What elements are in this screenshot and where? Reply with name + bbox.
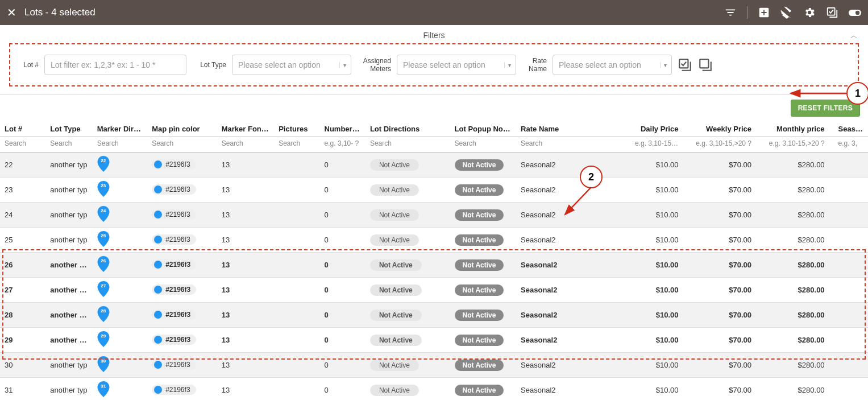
cell-rate: Seasonal2 bbox=[516, 203, 630, 228]
cell-lot: 30 bbox=[0, 353, 45, 378]
meters-select[interactable]: Please select an option▾ bbox=[397, 55, 516, 75]
table-row[interactable]: 31another typ31#2196f3130Not ActiveNot A… bbox=[0, 378, 868, 401]
cell-rate: Seasonal2 bbox=[516, 353, 630, 378]
cell-pics bbox=[274, 328, 319, 353]
cell-pics bbox=[274, 203, 319, 228]
status-badge: Not Active bbox=[370, 310, 422, 321]
col-header[interactable]: Weekly Price bbox=[687, 121, 761, 137]
cell-dir: Not Active bbox=[366, 203, 450, 228]
col-search[interactable]: e.g. 3,10-15,>20 ? bbox=[687, 137, 761, 152]
map-pin-icon: 31 bbox=[97, 381, 110, 397]
rate-select[interactable]: Please select an option▾ bbox=[553, 55, 672, 75]
col-search[interactable]: Search bbox=[217, 137, 274, 152]
col-header[interactable]: Lot Type bbox=[45, 121, 92, 137]
cell-pics bbox=[274, 353, 319, 378]
map-pin-icon: 29 bbox=[97, 331, 110, 347]
cell-popup: Not Active bbox=[450, 178, 517, 203]
cell-daily: $10.00 bbox=[630, 152, 687, 178]
layers-clear-icon[interactable] bbox=[780, 6, 793, 19]
cell-color: #2196f3 bbox=[147, 228, 217, 253]
cell-npics: 0 bbox=[320, 303, 366, 328]
table-row[interactable]: 22another typ22#2196f3130Not ActiveNot A… bbox=[0, 152, 868, 178]
table-row[interactable]: 26another typ26#2196f3130Not ActiveNot A… bbox=[0, 253, 868, 278]
cell-color: #2196f3 bbox=[147, 353, 217, 378]
cell-weekly: $70.00 bbox=[687, 152, 761, 178]
cell-rate: Seasonal2 bbox=[516, 228, 630, 253]
table-row[interactable]: 23another typ23#2196f3130Not ActiveNot A… bbox=[0, 178, 868, 203]
col-search[interactable]: Search bbox=[0, 137, 45, 152]
col-search[interactable]: e.g. 3,10-15,>20 ? bbox=[761, 137, 834, 152]
col-header[interactable]: Pictures bbox=[274, 121, 319, 137]
col-search[interactable]: e.g. 3, bbox=[834, 137, 868, 152]
col-header[interactable]: Map pin color bbox=[147, 121, 217, 137]
lot-filter-input[interactable] bbox=[44, 55, 186, 75]
col-header[interactable]: Lot Popup Notificat bbox=[450, 121, 517, 137]
cell-pics bbox=[274, 378, 319, 401]
col-search[interactable]: Search bbox=[147, 137, 217, 152]
collapse-icon[interactable]: ︿ bbox=[850, 31, 858, 41]
cell-monthly: $280.00 bbox=[761, 303, 834, 328]
col-header[interactable]: Lot Directions bbox=[366, 121, 450, 137]
check-all-icon[interactable] bbox=[678, 57, 692, 72]
col-header[interactable]: Season bbox=[834, 121, 868, 137]
cell-weekly: $70.00 bbox=[687, 253, 761, 278]
color-chip: #2196f3 bbox=[152, 360, 196, 370]
status-badge: Not Active bbox=[370, 284, 422, 296]
cell-popup: Not Active bbox=[450, 353, 517, 378]
col-search[interactable]: Search bbox=[45, 137, 92, 152]
status-badge: Not Active bbox=[370, 335, 422, 346]
col-header[interactable]: Marker Font Size bbox=[217, 121, 274, 137]
gear-icon[interactable] bbox=[803, 6, 816, 19]
reset-filters-button[interactable]: RESET FILTERS bbox=[791, 100, 860, 117]
cell-marker: 26 bbox=[93, 253, 147, 278]
cell-popup: Not Active bbox=[450, 328, 517, 353]
cell-type: another typ bbox=[45, 303, 92, 328]
table-row[interactable]: 30another typ30#2196f3130Not ActiveNot A… bbox=[0, 353, 868, 378]
uncheck-all-icon[interactable] bbox=[698, 57, 713, 72]
col-search[interactable]: Search bbox=[274, 137, 319, 152]
table-row[interactable]: 27another typ27#2196f3130Not ActiveNot A… bbox=[0, 278, 868, 303]
cell-marker: 25 bbox=[93, 228, 147, 253]
cell-type: another typ bbox=[45, 278, 92, 303]
cell-font: 13 bbox=[217, 228, 274, 253]
col-search[interactable]: e.g. 3,10-15, ? bbox=[630, 137, 687, 152]
col-header[interactable]: Monthly price bbox=[761, 121, 834, 137]
cell-weekly: $70.00 bbox=[687, 203, 761, 228]
cell-marker: 24 bbox=[93, 203, 147, 228]
map-pin-icon: 24 bbox=[97, 206, 110, 222]
cell-monthly: $280.00 bbox=[761, 328, 834, 353]
col-header[interactable]: Number of p bbox=[320, 121, 366, 137]
cell-dir: Not Active bbox=[366, 152, 450, 178]
col-search[interactable]: Search bbox=[93, 137, 147, 152]
col-search[interactable]: Search bbox=[450, 137, 517, 152]
toggle-icon[interactable] bbox=[849, 6, 861, 19]
table-row[interactable]: 29another typ29#2196f3130Not ActiveNot A… bbox=[0, 328, 868, 353]
col-search[interactable]: Search bbox=[366, 137, 450, 152]
col-header[interactable]: Daily Price bbox=[630, 121, 687, 137]
col-header[interactable]: Rate Name bbox=[516, 121, 630, 137]
close-icon[interactable]: ✕ bbox=[7, 6, 16, 19]
cell-marker: 29 bbox=[93, 328, 147, 353]
col-header[interactable]: Marker Direction bbox=[93, 121, 147, 137]
cell-season bbox=[834, 278, 868, 303]
table-row[interactable]: 25another typ25#2196f3130Not ActiveNot A… bbox=[0, 228, 868, 253]
cell-color: #2196f3 bbox=[147, 328, 217, 353]
cell-dir: Not Active bbox=[366, 228, 450, 253]
cell-weekly: $70.00 bbox=[687, 378, 761, 401]
table-row[interactable]: 28another typ28#2196f3130Not ActiveNot A… bbox=[0, 303, 868, 328]
lottype-select[interactable]: Please select an option▾ bbox=[232, 55, 351, 75]
lottype-label: Lot Type bbox=[192, 61, 226, 69]
status-badge: Not Active bbox=[455, 310, 504, 321]
titlebar: ✕ Lots - 4 selected bbox=[0, 0, 868, 25]
cell-color: #2196f3 bbox=[147, 178, 217, 203]
status-badge: Not Active bbox=[455, 234, 504, 246]
table-row[interactable]: 24another typ24#2196f3130Not ActiveNot A… bbox=[0, 203, 868, 228]
color-chip: #2196f3 bbox=[152, 284, 196, 295]
col-search[interactable]: Search bbox=[516, 137, 630, 152]
col-search[interactable]: e.g. 3,10- ? bbox=[320, 137, 366, 152]
add-box-icon[interactable] bbox=[758, 6, 770, 19]
col-header[interactable]: Lot # bbox=[0, 121, 45, 137]
filter-icon[interactable] bbox=[724, 6, 737, 19]
select-all-icon[interactable] bbox=[826, 6, 838, 19]
cell-season bbox=[834, 378, 868, 401]
